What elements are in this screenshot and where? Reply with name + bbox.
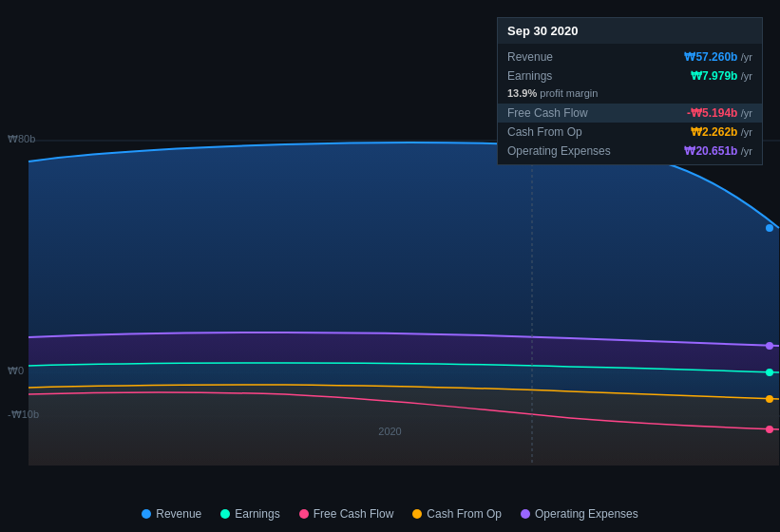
legend-dot-fcf [299, 509, 309, 519]
y-label-0: ₩0 [8, 365, 24, 377]
legend-dot-cashfromop [412, 509, 422, 519]
tooltip-header: Sep 30 2020 [498, 18, 762, 44]
tooltip-row-cashfromop: Cash From Op ₩2.262b /yr [498, 123, 762, 142]
tooltip-row-revenue: Revenue ₩57.260b /yr [498, 48, 762, 66]
tooltip-row-opex: Operating Expenses ₩20.651b /yr [498, 142, 762, 161]
legend-item-earnings[interactable]: Earnings [220, 507, 279, 521]
tooltip-row-earnings: Earnings ₩7.979b /yr [498, 66, 762, 86]
svg-point-4 [766, 342, 773, 350]
tooltip-label-cashfromop: Cash From Op [507, 125, 621, 139]
legend-item-opex[interactable]: Operating Expenses [521, 507, 638, 521]
tooltip-body: Revenue ₩57.260b /yr Earnings ₩7.979b /y… [498, 44, 762, 164]
tooltip-panel: Sep 30 2020 Revenue ₩57.260b /yr Earning… [497, 17, 763, 165]
legend-label-opex: Operating Expenses [535, 507, 638, 521]
x-axis-label: 2020 [378, 426, 401, 437]
legend-dot-revenue [142, 509, 151, 519]
tooltip-value-opex: ₩20.651b /yr [684, 144, 752, 158]
tooltip-label-earnings: Earnings [507, 69, 621, 83]
chart-legend: Revenue Earnings Free Cash Flow Cash Fro… [0, 507, 780, 521]
tooltip-profit-margin: 13.9% profit margin [498, 86, 762, 104]
svg-point-3 [766, 224, 773, 232]
svg-point-5 [766, 369, 773, 376]
tooltip-label-revenue: Revenue [507, 50, 621, 64]
tooltip-value-cashfromop: ₩2.262b /yr [691, 125, 752, 139]
legend-item-revenue[interactable]: Revenue [142, 507, 201, 521]
svg-point-6 [766, 395, 773, 403]
tooltip-row-fcf: Free Cash Flow -₩5.194b /yr [498, 104, 762, 123]
tooltip-value-fcf: -₩5.194b /yr [687, 106, 752, 120]
legend-label-cashfromop: Cash From Op [427, 507, 502, 521]
y-label-80b: ₩80b [8, 133, 35, 145]
legend-dot-opex [521, 509, 530, 519]
svg-point-7 [766, 426, 773, 433]
tooltip-value-earnings: ₩7.979b /yr [691, 69, 752, 83]
legend-dot-earnings [220, 509, 230, 519]
legend-item-fcf[interactable]: Free Cash Flow [299, 507, 394, 521]
tooltip-value-revenue: ₩57.260b /yr [684, 50, 752, 64]
y-label-neg10b: -₩10b [8, 408, 39, 421]
legend-label-fcf: Free Cash Flow [314, 507, 394, 521]
legend-label-earnings: Earnings [235, 507, 279, 521]
tooltip-label-fcf: Free Cash Flow [507, 106, 621, 120]
tooltip-label-opex: Operating Expenses [507, 144, 621, 158]
legend-label-revenue: Revenue [156, 507, 201, 521]
legend-item-cashfromop[interactable]: Cash From Op [412, 507, 502, 521]
